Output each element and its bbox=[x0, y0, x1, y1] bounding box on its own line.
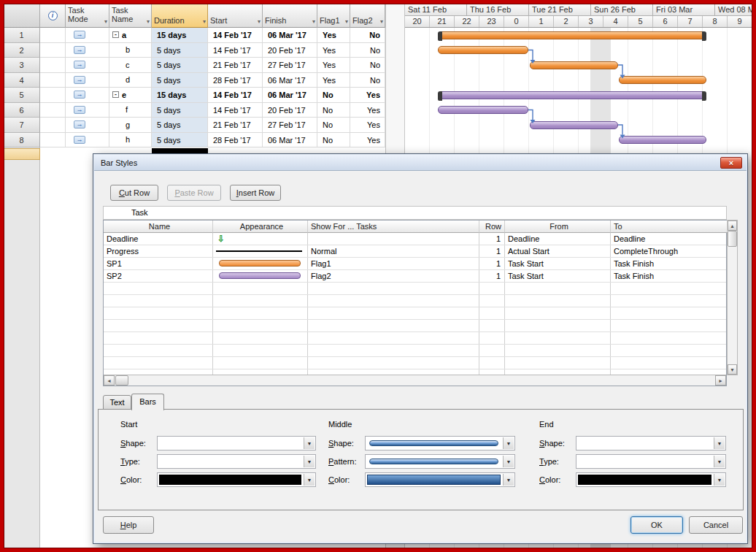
task-mode-cell[interactable]: → bbox=[66, 103, 109, 118]
collapse-toggle[interactable]: - bbox=[112, 91, 119, 98]
row-number[interactable]: 2 bbox=[4, 43, 40, 58]
start-shape-select[interactable]: ▼ bbox=[157, 436, 316, 451]
timescale-minor-cell[interactable]: 21 bbox=[430, 16, 455, 28]
col-header-show-for[interactable]: Show For ... Tasks bbox=[308, 221, 479, 233]
bar-style-row-empty[interactable] bbox=[104, 357, 726, 369]
from-cell[interactable]: Deadline bbox=[505, 233, 611, 245]
start-cell[interactable]: 14 Feb '17 bbox=[208, 28, 263, 43]
style-name-cell[interactable]: SP1 bbox=[104, 258, 213, 269]
bar-style-row-empty[interactable] bbox=[104, 307, 726, 320]
duration-cell[interactable]: 5 days bbox=[152, 73, 208, 88]
flag1-cell[interactable]: Yes bbox=[317, 58, 350, 73]
flag2-cell[interactable]: Yes bbox=[350, 133, 385, 148]
chevron-down-icon[interactable]: ▼ bbox=[304, 474, 315, 486]
end-shape-select[interactable]: ▼ bbox=[576, 436, 726, 451]
info-cell[interactable] bbox=[40, 118, 66, 133]
horizontal-scrollbar[interactable]: ◂ ▸ bbox=[104, 375, 726, 386]
flag1-cell[interactable]: No bbox=[317, 118, 350, 133]
info-cell[interactable] bbox=[40, 73, 66, 88]
task-mode-column-header[interactable]: Task Mode ▾ bbox=[66, 4, 109, 28]
info-cell[interactable] bbox=[40, 43, 66, 58]
timescale-major-cell[interactable]: Wed 08 Mar bbox=[715, 4, 752, 15]
finish-column-header[interactable]: Finish ▾ bbox=[263, 4, 317, 28]
timescale-minor-cell[interactable]: 2 bbox=[554, 16, 579, 28]
row-number[interactable]: 7 bbox=[4, 118, 40, 133]
start-color-select[interactable]: ▼ bbox=[157, 472, 316, 487]
task-mode-cell[interactable]: → bbox=[66, 73, 109, 88]
vscroll-thumb[interactable] bbox=[728, 231, 737, 247]
row-num-cell[interactable]: 1 bbox=[479, 258, 505, 269]
timescale-minor-cell[interactable]: 9 bbox=[728, 16, 752, 28]
finish-cell[interactable]: 06 Mar '17 bbox=[263, 28, 317, 43]
task-name-cell[interactable]: g bbox=[109, 118, 152, 133]
style-appearance-cell[interactable] bbox=[213, 245, 308, 257]
row-num-cell[interactable]: 1 bbox=[479, 270, 505, 282]
col-header-row[interactable]: Row bbox=[479, 221, 505, 233]
timescale-major-cell[interactable]: Tue 21 Feb bbox=[529, 4, 591, 15]
duration-cell[interactable]: 15 days bbox=[152, 88, 208, 103]
bar-style-row-empty[interactable] bbox=[104, 283, 726, 295]
finish-cell[interactable]: 06 Mar '17 bbox=[263, 88, 317, 103]
start-cell[interactable]: 14 Feb '17 bbox=[208, 103, 263, 118]
task-mode-cell[interactable]: → bbox=[66, 133, 109, 148]
bar-style-row[interactable]: SP1Flag11Task StartTask Finish bbox=[104, 258, 726, 270]
timescale-minor-cell[interactable]: 8 bbox=[703, 16, 728, 28]
flag2-cell[interactable]: No bbox=[350, 73, 385, 88]
flag2-cell[interactable]: Yes bbox=[350, 103, 385, 118]
timescale-major-cell[interactable]: Thu 16 Feb bbox=[467, 4, 529, 15]
scroll-left-icon[interactable]: ◂ bbox=[104, 375, 115, 386]
task-name-cell[interactable]: -e bbox=[109, 88, 152, 103]
flag2-column-header[interactable]: Flag2 ▾ bbox=[350, 4, 385, 28]
bar-style-row[interactable]: Deadline⇩1DeadlineDeadline bbox=[104, 233, 726, 245]
filter-caret-icon[interactable]: ▾ bbox=[345, 18, 348, 26]
start-cell[interactable]: 14 Feb '17 bbox=[208, 43, 263, 58]
task-mode-cell[interactable]: → bbox=[66, 28, 109, 43]
chevron-down-icon[interactable]: ▼ bbox=[714, 437, 725, 449]
chevron-down-icon[interactable]: ▼ bbox=[503, 456, 514, 467]
finish-cell[interactable]: 20 Feb '17 bbox=[263, 103, 317, 118]
timescale-minor-cell[interactable]: 1 bbox=[529, 16, 554, 28]
start-cell[interactable]: 21 Feb '17 bbox=[208, 58, 263, 73]
start-cell[interactable]: 28 Feb '17 bbox=[208, 133, 263, 148]
task-mode-cell[interactable]: → bbox=[66, 58, 109, 73]
filter-caret-icon[interactable]: ▾ bbox=[104, 18, 107, 26]
show-for-cell[interactable]: Flag1 bbox=[308, 258, 479, 269]
from-cell[interactable]: Task Start bbox=[505, 270, 611, 282]
info-cell[interactable] bbox=[40, 88, 66, 103]
to-cell[interactable]: CompleteThrough bbox=[611, 245, 726, 257]
filter-caret-icon[interactable]: ▾ bbox=[380, 18, 383, 26]
timescale-minor-cell[interactable]: 23 bbox=[479, 16, 504, 28]
middle-pattern-select[interactable]: ▼ bbox=[365, 454, 515, 469]
bar-style-row-empty[interactable] bbox=[104, 295, 726, 307]
to-cell[interactable]: Task Finish bbox=[611, 270, 726, 282]
flag1-cell[interactable]: No bbox=[317, 103, 350, 118]
entry-bar[interactable]: Task bbox=[103, 206, 727, 220]
scroll-up-icon[interactable]: ▴ bbox=[728, 221, 737, 231]
bar-style-row[interactable]: SP2Flag21Task StartTask Finish bbox=[104, 270, 726, 283]
start-cell[interactable]: 14 Feb '17 bbox=[208, 88, 263, 103]
filter-caret-icon[interactable]: ▾ bbox=[258, 18, 261, 26]
task-mode-cell[interactable]: → bbox=[66, 118, 109, 133]
timescale-major-cell[interactable]: Fri 03 Mar bbox=[653, 4, 715, 15]
timescale-minor-cell[interactable]: 20 bbox=[405, 16, 430, 28]
task-name-cell[interactable]: c bbox=[109, 58, 152, 73]
timescale-minor-cell[interactable]: 6 bbox=[653, 16, 678, 28]
style-appearance-cell[interactable] bbox=[213, 258, 308, 269]
info-cell[interactable] bbox=[40, 58, 66, 73]
task-name-cell[interactable]: d bbox=[109, 73, 152, 88]
to-cell[interactable]: Deadline bbox=[611, 233, 726, 245]
col-header-name[interactable]: Name bbox=[104, 221, 213, 233]
row-number[interactable]: 4 bbox=[4, 73, 40, 88]
cancel-button[interactable]: Cancel bbox=[689, 516, 743, 534]
chevron-down-icon[interactable]: ▼ bbox=[714, 474, 725, 486]
cut-row-button[interactable]: Cut Row bbox=[110, 185, 158, 201]
style-name-cell[interactable]: Deadline bbox=[104, 233, 213, 245]
finish-cell[interactable]: 27 Feb '17 bbox=[263, 58, 317, 73]
flag1-column-header[interactable]: Flag1 ▾ bbox=[317, 4, 350, 28]
start-cell[interactable]: 21 Feb '17 bbox=[208, 118, 263, 133]
style-appearance-cell[interactable] bbox=[213, 270, 308, 282]
start-type-select[interactable]: ▼ bbox=[157, 454, 316, 469]
filter-caret-icon[interactable]: ▾ bbox=[203, 18, 206, 26]
row-num-cell[interactable]: 1 bbox=[479, 233, 505, 245]
row-9-header-highlight[interactable] bbox=[4, 148, 40, 160]
